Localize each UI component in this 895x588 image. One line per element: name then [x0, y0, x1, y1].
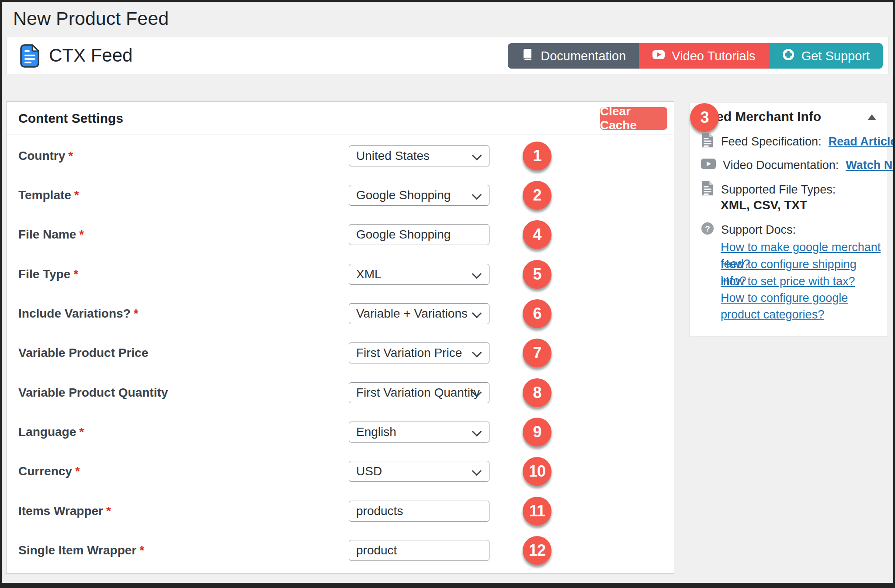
form-row-variable-product-price: Variable Product Price First Variation P…: [7, 342, 674, 363]
annotation-badge-9: 9: [523, 418, 552, 446]
svg-text:?: ?: [705, 224, 710, 233]
variable-product-price-label: Variable Product Price: [18, 346, 148, 360]
clear-cache-button[interactable]: Clear Cache: [600, 107, 667, 130]
variable-product-price-select[interactable]: First Variation Price: [349, 342, 489, 363]
annotation-badge-2: 2: [523, 181, 552, 210]
header-button-group: Documentation Video Tutorials: [508, 43, 883, 69]
required-asterisk: *: [79, 425, 84, 439]
support-docs-row: ? Support Docs:: [701, 222, 796, 238]
supported-file-types-label: Supported File Types:: [721, 183, 836, 197]
country-label: Country: [18, 149, 65, 163]
chevron-down-icon: [472, 190, 482, 200]
required-asterisk: *: [68, 149, 73, 163]
feed-specification-row: Feed Specification: Read Article: [701, 134, 895, 149]
watch-now-link[interactable]: Watch Now: [846, 159, 895, 172]
chevron-down-icon: [472, 466, 482, 476]
form-row-single-item-wrapper: Single Item Wrapper* product 12: [7, 540, 674, 561]
support-doc-link-price-tax[interactable]: How to set price with tax?: [721, 273, 881, 290]
items-wrapper-input[interactable]: products: [349, 501, 489, 522]
documentation-button[interactable]: Documentation: [508, 43, 639, 69]
file-type-select[interactable]: XML: [349, 264, 489, 285]
file-name-input[interactable]: Google Shopping: [349, 224, 489, 245]
read-article-link[interactable]: Read Article: [829, 135, 895, 149]
form-row-currency: Currency* USD 10: [7, 461, 674, 482]
form-row-include-variations: Include Variations?* Variable + Variatio…: [7, 303, 674, 324]
support-docs-label: Support Docs:: [721, 223, 796, 237]
form-row-language: Language* English 9: [7, 422, 674, 443]
document-icon: [701, 132, 714, 151]
annotation-badge-12: 12: [523, 536, 552, 565]
video-play-icon: [701, 158, 716, 173]
currency-label: Currency: [18, 464, 72, 478]
items-wrapper-label: Items Wrapper: [18, 504, 103, 518]
get-support-button[interactable]: Get Support: [769, 43, 883, 69]
variable-product-quantity-select[interactable]: First Variation Quantity: [349, 382, 489, 403]
annotation-badge-6: 6: [523, 299, 552, 328]
form-row-template: Template* Google Shopping 2: [7, 185, 674, 206]
chevron-down-icon: [472, 269, 482, 279]
language-label: Language: [18, 425, 76, 439]
single-item-wrapper-label: Single Item Wrapper: [18, 543, 136, 557]
annotation-badge-7: 7: [523, 339, 552, 367]
feed-merchant-info-panel: Feed Merchant Info 3 Feed Specification:…: [690, 103, 888, 336]
include-variations-label: Include Variations?: [18, 307, 131, 320]
content-settings-title: Content Settings: [18, 102, 123, 135]
include-variations-select[interactable]: Variable + Variations: [349, 303, 489, 324]
annotation-badge-3: 3: [690, 103, 719, 132]
single-item-wrapper-input[interactable]: product: [349, 540, 489, 561]
currency-select[interactable]: USD: [349, 461, 489, 482]
chevron-down-icon: [472, 427, 482, 437]
page-title: New Product Feed: [13, 8, 169, 29]
life-ring-icon: [782, 48, 795, 64]
content-settings-header: Content Settings Clear Cache: [7, 102, 674, 135]
chevron-down-icon: [472, 308, 482, 318]
book-icon: [521, 48, 534, 64]
video-documentation-label: Video Documentation:: [723, 159, 839, 172]
video-play-icon: [652, 48, 665, 64]
feed-merchant-info-title: Feed Merchant Info: [701, 103, 821, 130]
chevron-down-icon: [472, 151, 482, 161]
annotation-badge-5: 5: [523, 260, 552, 289]
required-asterisk: *: [106, 504, 111, 518]
content-settings-panel: Content Settings Clear Cache Country* Un…: [6, 101, 674, 574]
required-asterisk: *: [139, 543, 144, 557]
annotation-badge-10: 10: [523, 457, 552, 486]
form-row-file-name: File Name* Google Shopping 4: [7, 224, 674, 245]
annotation-badge-4: 4: [523, 220, 552, 249]
annotation-badge-8: 8: [523, 378, 552, 407]
language-select[interactable]: English: [349, 422, 489, 443]
plugin-header-bar: CTX Feed Documentation Vi: [6, 37, 889, 74]
template-label: Template: [18, 188, 71, 202]
annotation-badge-11: 11: [523, 497, 552, 526]
support-doc-link-product-categories[interactable]: How to configure google product categori…: [721, 290, 881, 323]
form-row-file-type: File Type* XML 5: [7, 264, 674, 285]
required-asterisk: *: [75, 464, 80, 478]
template-select[interactable]: Google Shopping: [349, 185, 489, 206]
required-asterisk: *: [73, 267, 78, 281]
form-row-country: Country* United States 1: [7, 145, 674, 166]
form-row-items-wrapper: Items Wrapper* products 11: [7, 501, 674, 522]
annotation-badge-1: 1: [523, 142, 552, 170]
country-select[interactable]: United States: [349, 145, 489, 166]
ctx-feed-logo-icon: [19, 44, 40, 70]
feed-specification-label: Feed Specification:: [721, 135, 822, 149]
app-title: CTX Feed: [49, 37, 132, 74]
supported-file-types-value: XML, CSV, TXT: [721, 198, 807, 212]
video-documentation-row: Video Documentation: Watch Now: [701, 157, 895, 173]
question-icon: ?: [701, 222, 714, 238]
document-icon: [701, 180, 714, 199]
required-asterisk: *: [134, 307, 139, 320]
screenshot-frame: New Product Feed CTX Feed: [0, 0, 895, 588]
supported-file-types-row: Supported File Types:: [701, 182, 836, 197]
chevron-down-icon: [472, 348, 482, 358]
file-type-label: File Type: [18, 267, 70, 281]
required-asterisk: *: [74, 188, 79, 202]
video-tutorials-button[interactable]: Video Tutorials: [639, 43, 768, 69]
form-row-variable-product-quantity: Variable Product Quantity First Variatio…: [7, 382, 674, 403]
required-asterisk: *: [79, 228, 84, 241]
collapse-triangle-icon[interactable]: [867, 114, 876, 120]
feed-merchant-info-header: Feed Merchant Info: [690, 103, 888, 130]
file-name-label: File Name: [18, 228, 76, 241]
variable-product-quantity-label: Variable Product Quantity: [18, 386, 168, 399]
